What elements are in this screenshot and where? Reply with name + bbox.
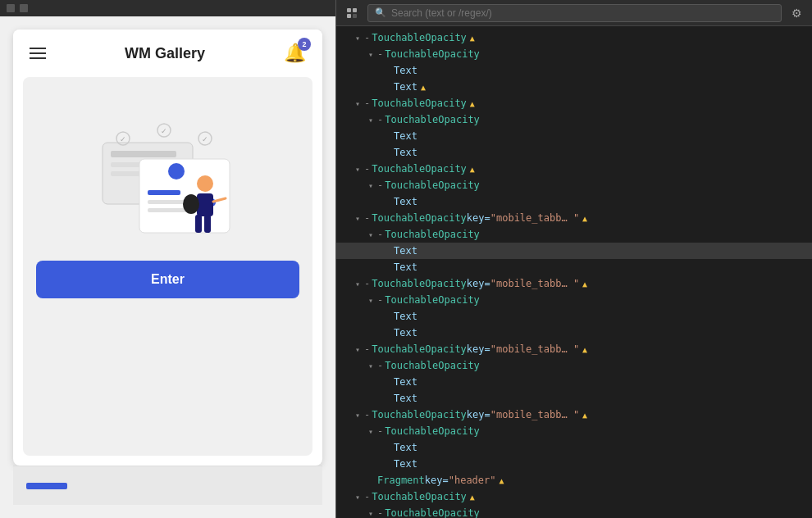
illustration: ✓ ✓ ✓: [86, 93, 250, 241]
tree-toggle: ▾: [366, 427, 376, 436]
svg-rect-25: [347, 14, 351, 18]
tree-prop-value: "mobile_tabb… ": [490, 409, 579, 420]
tree-row[interactable]: Text▲: [336, 79, 812, 95]
svg-rect-10: [139, 159, 230, 233]
tree-row[interactable]: ▾- TouchableOpacity▲: [336, 30, 812, 46]
tree-component-name: TouchableOpacity: [372, 212, 467, 224]
svg-point-16: [168, 163, 185, 179]
tree-toggle: ▾: [353, 34, 363, 43]
tree-component-name: TouchableOpacity: [372, 278, 467, 289]
tree-view[interactable]: ▾- TouchableOpacity▲▾- TouchableOpacityT…: [336, 26, 812, 518]
hamburger-icon[interactable]: [30, 48, 46, 59]
minus-icon: -: [364, 163, 370, 175]
tree-component-name: TouchableOpacity: [372, 409, 467, 420]
app-title: WM Gallery: [125, 45, 205, 62]
tree-row[interactable]: ▾- TouchableOpacity: [336, 226, 812, 243]
tree-row[interactable]: Text: [336, 456, 812, 472]
tree-row[interactable]: ▾- TouchableOpacity: [336, 423, 812, 439]
tree-toggle: ▾: [353, 493, 363, 502]
app-header: WM Gallery 🔔 2: [13, 30, 322, 77]
tree-prop-key: key=: [467, 343, 490, 355]
tree-row[interactable]: Text: [336, 259, 812, 275]
tree-row[interactable]: Fragment key="header"▲: [336, 472, 812, 488]
tree-row[interactable]: ▾- TouchableOpacity key="mobile_tabb… "▲: [336, 341, 812, 357]
enter-button[interactable]: Enter: [36, 261, 299, 298]
tree-row[interactable]: Text: [336, 325, 812, 341]
minus-icon: -: [364, 409, 370, 420]
tree-row[interactable]: Text: [336, 439, 812, 456]
tree-toggle: ▾: [353, 99, 363, 108]
search-input[interactable]: [391, 7, 774, 19]
minus-icon: -: [364, 278, 370, 289]
tree-row[interactable]: Text: [336, 243, 812, 259]
tree-row[interactable]: ▾- TouchableOpacity: [336, 357, 812, 374]
svg-rect-20: [204, 215, 211, 233]
tree-prop-key: key=: [467, 212, 490, 224]
svg-rect-11: [148, 190, 180, 195]
cursor-button[interactable]: [343, 6, 361, 20]
tree-row[interactable]: ▾- TouchableOpacity: [336, 177, 812, 193]
tree-row[interactable]: Text: [336, 128, 812, 144]
tree-row[interactable]: Text: [336, 390, 812, 407]
tree-prop-key: key=: [467, 278, 490, 289]
tree-component-name: TouchableOpacity: [385, 229, 480, 240]
minus-icon: -: [364, 491, 370, 502]
svg-rect-1: [111, 151, 176, 157]
tree-row[interactable]: ▾- TouchableOpacity: [336, 505, 812, 518]
tree-prop-key: key=: [467, 409, 490, 420]
tree-toggle: ▾: [353, 345, 363, 354]
minus-icon: -: [364, 98, 370, 109]
minus-icon: -: [364, 343, 370, 355]
tree-text-node: Text: [390, 81, 417, 93]
minus-icon: -: [364, 212, 370, 224]
warn-icon: ▲: [470, 99, 475, 108]
tree-row[interactable]: Text: [336, 308, 812, 325]
tree-row[interactable]: ▾- TouchableOpacity▲: [336, 488, 812, 505]
tree-component-name: TouchableOpacity: [385, 294, 480, 306]
tree-toggle: ▾: [353, 165, 363, 174]
bell-container: 🔔 2: [284, 43, 306, 64]
svg-point-17: [197, 175, 213, 192]
minus-icon: -: [377, 229, 383, 240]
warn-icon: ▲: [500, 476, 504, 485]
tree-component-name: TouchableOpacity: [385, 179, 480, 191]
warn-icon: ▲: [421, 83, 426, 92]
bell-badge: 2: [298, 38, 311, 51]
top-bar-dot-2: [20, 4, 28, 12]
top-bar-dot-1: [7, 4, 15, 12]
tree-row[interactable]: Text: [336, 374, 812, 390]
svg-rect-18: [197, 193, 213, 216]
tree-component-name: TouchableOpacity: [385, 360, 480, 371]
tree-row[interactable]: ▾- TouchableOpacity: [336, 111, 812, 128]
tree-row[interactable]: Text: [336, 193, 812, 210]
tree-row[interactable]: Text: [336, 62, 812, 79]
tree-toggle: ▾: [366, 230, 376, 239]
tree-component-name: Fragment: [377, 475, 425, 486]
svg-point-21: [183, 194, 199, 214]
bottom-blue-bar: [26, 483, 67, 489]
minus-icon: -: [377, 294, 383, 306]
tree-row[interactable]: ▾- TouchableOpacity key="mobile_tabb… "▲: [336, 407, 812, 423]
svg-text:✓: ✓: [120, 135, 126, 143]
tree-row[interactable]: ▾- TouchableOpacity: [336, 292, 812, 308]
tree-component-name: TouchableOpacity: [372, 98, 467, 109]
svg-rect-26: [353, 14, 357, 18]
tree-row[interactable]: ▾- TouchableOpacity▲: [336, 161, 812, 177]
tree-component-name: TouchableOpacity: [372, 163, 467, 175]
tree-prop-value: "mobile_tabb… ": [490, 278, 579, 289]
search-box[interactable]: 🔍: [367, 4, 782, 22]
tree-text-node: Text: [390, 65, 417, 76]
svg-text:✓: ✓: [202, 135, 208, 143]
tree-row[interactable]: ▾- TouchableOpacity▲: [336, 95, 812, 111]
tree-toggle: ▾: [353, 411, 363, 420]
warn-icon: ▲: [470, 34, 475, 43]
tree-text-node: Text: [390, 311, 417, 322]
tree-row[interactable]: ▾- TouchableOpacity key="mobile_tabb… "▲: [336, 210, 812, 226]
tree-row[interactable]: ▾- TouchableOpacity: [336, 46, 812, 62]
tree-text-node: Text: [390, 327, 417, 339]
tree-row[interactable]: ▾- TouchableOpacity key="mobile_tabb… "▲: [336, 275, 812, 292]
app-content: ✓ ✓ ✓: [23, 77, 312, 456]
tree-text-node: Text: [390, 458, 417, 470]
tree-row[interactable]: Text: [336, 144, 812, 161]
settings-button[interactable]: ⚙: [788, 5, 805, 21]
